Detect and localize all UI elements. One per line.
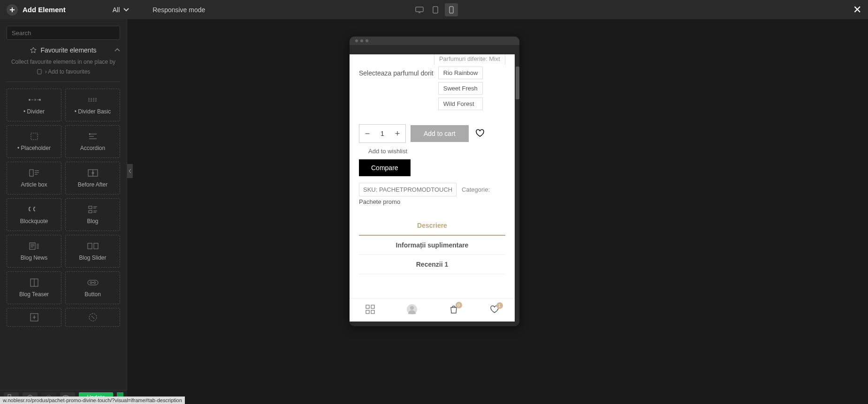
nav-account[interactable] [406,304,418,317]
element-card[interactable]: Accordion [65,125,120,158]
category-label: Categorie: [462,186,490,193]
element-card[interactable] [7,308,61,327]
nav-cart[interactable]: 0 [449,305,458,316]
svg-point-7 [89,134,90,135]
plus-icon [9,7,15,13]
element-card[interactable]: • Divider [7,89,61,121]
chevron-up-icon [114,48,120,52]
element-card[interactable]: Article box [7,162,61,195]
filter-dropdown[interactable]: All [113,6,129,14]
variant-option[interactable]: Sweet Fresh [438,82,483,95]
svg-rect-31 [371,305,374,308]
variant-option[interactable]: Wild Forest [438,97,483,110]
svg-rect-13 [30,243,35,249]
product-tab[interactable]: Descriere [359,216,505,236]
preview-scroll-thumb[interactable] [516,67,519,99]
element-label: Before After [78,181,107,188]
variant-option[interactable]: Rio Rainbow [438,67,483,79]
panel-title: Add Element [23,6,66,14]
responsive-mode-label: Responsive mode [152,6,205,14]
wishlist-link[interactable]: Add to wishlist [368,148,505,155]
tablet-icon [433,6,438,14]
element-label: • Divider [23,108,45,115]
cart-badge: 0 [456,302,462,308]
svg-rect-32 [366,310,369,314]
svg-point-19 [94,282,96,284]
svg-point-35 [410,306,414,310]
wishlist-badge: 1 [496,302,503,309]
elements-grid: • Divider• Divider Basic• PlaceholderAcc… [7,89,120,304]
element-label: Blog News [21,254,47,261]
qty-value: 1 [375,125,389,142]
chevron-down-icon [123,8,129,12]
mobile-icon [449,6,454,14]
element-card[interactable]: Button [65,271,120,304]
element-card[interactable]: Before After [65,162,120,195]
element-card[interactable]: Blog Slider [65,235,120,268]
product-tabs: DescriereInformații suplimentareRecenzii… [359,216,505,274]
variant-option[interactable]: Parfumuri diferite: Mixt [434,54,505,65]
mobile-bottom-nav: 0 1 [350,298,515,322]
svg-rect-33 [371,310,374,314]
element-card[interactable] [65,308,120,327]
element-icon [88,205,98,214]
add-element-button[interactable] [7,4,18,15]
svg-rect-2 [449,7,453,13]
element-icon [29,205,40,214]
device-desktop[interactable] [413,3,426,16]
element-card[interactable]: Blog Teaser [7,271,61,304]
element-icon [87,241,99,251]
element-card[interactable]: • Placeholder [7,125,61,158]
element-card[interactable]: Blockquote [7,198,61,231]
quantity-stepper: − 1 + [359,124,406,143]
divider [7,82,120,82]
nav-grid[interactable] [365,305,375,316]
favourites-header[interactable]: Favourite elements [7,46,120,54]
svg-rect-14 [88,243,92,249]
svg-rect-30 [366,305,369,308]
heart-icon [475,129,485,137]
product-tab[interactable]: Informații suplimentare [359,236,505,255]
nav-wishlist[interactable]: 1 [490,305,499,315]
sku-badge: SKU: PACHETPROMODTOUCH [359,183,457,196]
element-icon [87,95,99,105]
qty-minus[interactable]: − [359,125,375,142]
sidebar-collapse[interactable] [127,164,133,178]
wishlist-heart[interactable] [475,129,485,139]
element-label: Accordion [80,145,105,151]
chevron-left-icon [129,169,131,173]
user-icon [406,304,418,315]
svg-point-18 [90,282,92,284]
element-card[interactable]: • Divider Basic [65,89,120,121]
product-tab[interactable]: Recenzii 1 [359,255,505,274]
favourites-add-hint: › Add to favourites [7,68,120,75]
preview-frame: Parfumuri diferite: Mixt Selecteaza parf… [350,37,519,326]
compare-button[interactable]: Compare [359,159,411,176]
device-switcher [413,3,458,16]
close-button[interactable]: ✕ [853,4,861,16]
star-icon [30,47,37,53]
svg-rect-0 [416,7,423,12]
element-card[interactable]: Blog [65,198,120,231]
qty-plus[interactable]: + [389,125,405,142]
filter-label: All [113,6,120,14]
element-icon [27,95,41,105]
category-link[interactable]: Pachete promo [359,198,400,205]
favourites-title: Favourite elements [40,46,96,54]
element-card[interactable]: Blog News [7,235,61,268]
svg-rect-1 [433,7,438,13]
device-mobile[interactable] [445,3,458,16]
element-label: Blog Slider [79,254,106,261]
svg-point-5 [39,99,41,101]
search-input[interactable] [7,26,120,40]
svg-rect-15 [94,243,98,249]
element-icon [88,132,98,141]
element-icon [30,278,38,287]
device-tablet[interactable] [429,3,442,16]
add-to-cart-button[interactable]: Add to cart [411,125,469,142]
element-label: Blog Teaser [19,291,49,298]
svg-rect-8 [30,170,33,176]
element-icon [87,278,99,287]
grid-icon [365,305,375,314]
element-icon [88,168,98,178]
